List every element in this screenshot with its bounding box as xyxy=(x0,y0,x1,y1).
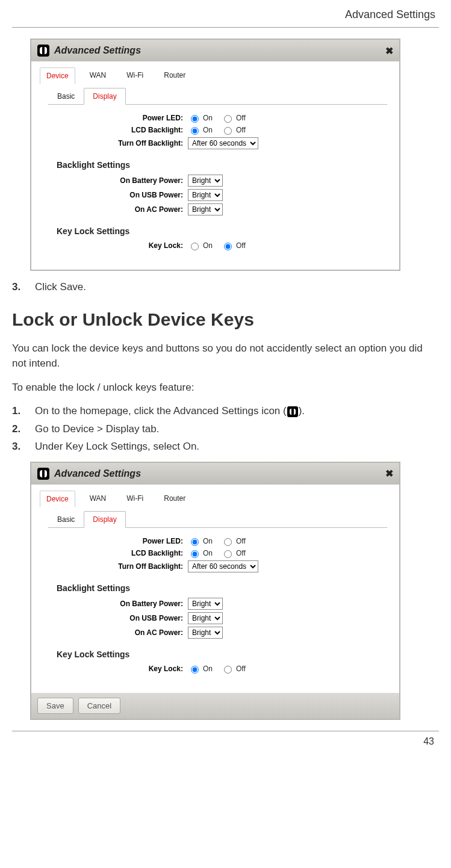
on-battery-select[interactable]: Bright xyxy=(188,598,223,610)
sub-tabs: Basic Display xyxy=(48,88,387,105)
label-on: On xyxy=(203,537,213,545)
label-lcd-backlight: LCD Backlight: xyxy=(43,126,188,134)
label-lcd-backlight: LCD Backlight: xyxy=(43,549,188,557)
tab-router[interactable]: Router xyxy=(158,491,191,507)
label-key-lock: Key Lock: xyxy=(43,665,188,673)
step-1-post: ). xyxy=(299,405,305,417)
subtab-display[interactable]: Display xyxy=(84,511,125,528)
key-lock-on-radio[interactable] xyxy=(191,666,199,674)
wrench-icon xyxy=(37,468,49,480)
wrench-icon xyxy=(37,45,49,57)
section-intro: You can lock the device keys and buttons… xyxy=(12,341,439,371)
label-on: On xyxy=(203,549,213,557)
subtab-basic[interactable]: Basic xyxy=(48,88,84,105)
label-on-battery: On Battery Power: xyxy=(43,600,188,608)
doc-step-3-save: 3. Click Save. xyxy=(12,279,439,295)
section-backlight-settings: Backlight Settings xyxy=(57,583,387,593)
subtab-display[interactable]: Display xyxy=(84,88,125,105)
label-on-usb: On USB Power: xyxy=(43,614,188,622)
label-power-led: Power LED: xyxy=(43,114,188,122)
step-number: 1. xyxy=(12,403,25,419)
tab-router[interactable]: Router xyxy=(158,67,191,84)
doc-step-2: 2. Go to Device > Display tab. xyxy=(12,421,439,437)
tab-device[interactable]: Device xyxy=(40,491,75,507)
key-lock-on-radio[interactable] xyxy=(191,243,199,250)
panel-title: Advanced Settings xyxy=(54,45,141,56)
step-text: Click Save. xyxy=(35,279,86,295)
turn-off-backlight-select[interactable]: After 60 seconds xyxy=(188,560,258,572)
label-turn-off-backlight: Turn Off Backlight: xyxy=(43,562,188,571)
on-ac-select[interactable]: Bright xyxy=(188,627,223,639)
turn-off-backlight-select[interactable]: After 60 seconds xyxy=(188,137,258,149)
footer-rule xyxy=(12,731,439,731)
label-off: Off xyxy=(236,549,246,557)
label-turn-off-backlight: Turn Off Backlight: xyxy=(43,139,188,147)
step-number: 3. xyxy=(12,279,25,295)
lcd-backlight-on-radio[interactable] xyxy=(191,127,199,135)
on-usb-select[interactable]: Bright xyxy=(188,189,223,201)
panel-titlebar: Advanced Settings ✖ xyxy=(31,40,399,61)
wrench-icon xyxy=(287,406,298,417)
label-on: On xyxy=(203,241,213,250)
section-backlight-settings: Backlight Settings xyxy=(57,160,387,170)
lcd-backlight-off-radio[interactable] xyxy=(224,550,232,558)
step-text: Go to Device > Display tab. xyxy=(35,421,159,437)
close-icon[interactable]: ✖ xyxy=(385,468,393,479)
label-power-led: Power LED: xyxy=(43,537,188,545)
label-on-usb: On USB Power: xyxy=(43,191,188,199)
panel-titlebar: Advanced Settings ✖ xyxy=(31,463,399,485)
label-on-ac: On AC Power: xyxy=(43,628,188,637)
page-header: Advanced Settings xyxy=(12,0,439,27)
step-text: Under Key Lock Settings, select On. xyxy=(35,439,199,454)
label-off: Off xyxy=(236,126,246,134)
label-off: Off xyxy=(236,537,246,545)
step-number: 2. xyxy=(12,421,25,437)
label-on: On xyxy=(203,126,213,134)
power-led-on-radio[interactable] xyxy=(191,538,199,546)
key-lock-off-radio[interactable] xyxy=(224,666,232,674)
label-on: On xyxy=(203,665,213,673)
cancel-button[interactable]: Cancel xyxy=(78,698,120,714)
settings-panel-2: Advanced Settings ✖ Device WAN Wi-Fi Rou… xyxy=(30,462,400,720)
subtab-basic[interactable]: Basic xyxy=(48,511,84,528)
label-on: On xyxy=(203,114,213,122)
close-icon[interactable]: ✖ xyxy=(385,45,393,57)
doc-step-3: 3. Under Key Lock Settings, select On. xyxy=(12,439,439,454)
on-battery-select[interactable]: Bright xyxy=(188,175,223,187)
panel-title: Advanced Settings xyxy=(54,468,141,479)
label-off: Off xyxy=(236,665,246,673)
header-rule xyxy=(12,27,439,28)
doc-step-1: 1. On to the homepage, click the Advance… xyxy=(12,403,439,419)
tab-wan[interactable]: WAN xyxy=(84,67,113,84)
label-off: Off xyxy=(236,241,246,250)
power-led-off-radio[interactable] xyxy=(224,115,232,123)
section-heading: Lock or Unlock Device Keys xyxy=(12,309,439,330)
settings-panel-1: Advanced Settings ✖ Device WAN Wi-Fi Rou… xyxy=(30,39,400,271)
power-led-on-radio[interactable] xyxy=(191,115,199,123)
panel-button-bar: Save Cancel xyxy=(31,693,399,719)
main-tabs: Device WAN Wi-Fi Router xyxy=(31,485,399,507)
label-key-lock: Key Lock: xyxy=(43,241,188,250)
save-button[interactable]: Save xyxy=(37,698,73,714)
label-on-battery: On Battery Power: xyxy=(43,176,188,185)
step-text: On to the homepage, click the Advanced S… xyxy=(35,403,305,419)
tab-wifi[interactable]: Wi-Fi xyxy=(120,491,149,507)
page-number: 43 xyxy=(12,736,439,747)
sub-tabs: Basic Display xyxy=(48,511,387,528)
power-led-off-radio[interactable] xyxy=(224,538,232,546)
tab-wifi[interactable]: Wi-Fi xyxy=(120,67,149,84)
label-on-ac: On AC Power: xyxy=(43,205,188,214)
step-1-pre: On to the homepage, click the Advanced S… xyxy=(35,405,287,417)
label-off: Off xyxy=(236,114,246,122)
section-intro2: To enable the lock / unlock keys feature… xyxy=(12,380,439,395)
lcd-backlight-on-radio[interactable] xyxy=(191,550,199,558)
step-number: 3. xyxy=(12,439,25,454)
tab-device[interactable]: Device xyxy=(40,67,75,84)
on-usb-select[interactable]: Bright xyxy=(188,612,223,624)
lcd-backlight-off-radio[interactable] xyxy=(224,127,232,135)
tab-wan[interactable]: WAN xyxy=(84,491,113,507)
key-lock-off-radio[interactable] xyxy=(224,243,232,250)
main-tabs: Device WAN Wi-Fi Router xyxy=(31,61,399,84)
on-ac-select[interactable]: Bright xyxy=(188,203,223,215)
section-keylock-settings: Key Lock Settings xyxy=(57,649,387,659)
